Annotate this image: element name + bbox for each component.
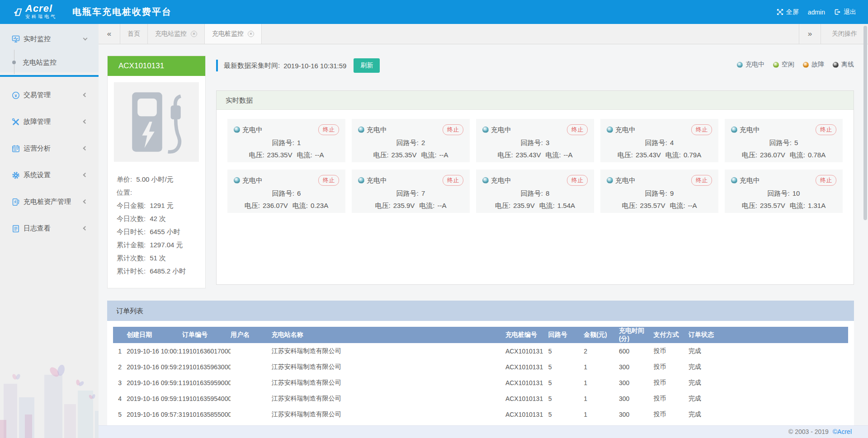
voltage-label: 电压: [497,151,513,159]
row-index: 3 [113,375,127,391]
cell-created-date: 2019-10-16 10:00:17 [127,343,182,359]
stop-button[interactable]: 终止 [691,175,712,186]
charging-circuit-card: 充电中 终止 回路号:10 电压:235.57V电流:1.31A [725,170,843,213]
stop-button[interactable]: 终止 [318,175,339,186]
sidebar-item-fault-management[interactable]: 故障管理 [0,108,99,135]
status-ball-icon [731,177,737,184]
status-ball-icon [833,62,839,68]
cell-username [231,359,272,375]
user-menu[interactable]: admin [808,9,825,16]
stop-button[interactable]: 终止 [691,124,712,135]
current-value: 1.54A [557,202,575,209]
status-ball-icon [607,127,613,133]
page-title: 电瓶车充电桩收费平台 [72,6,172,18]
cell-charge-minutes: 600 [619,343,654,359]
cell-amount: 1 [584,359,619,375]
logout-button[interactable]: 退出 [834,8,856,16]
row-index: 2 [113,359,127,375]
scroll-tabs-right-icon[interactable] [799,24,821,44]
stop-button[interactable]: 终止 [816,124,836,135]
charging-circuit-card: 充电中 终止 回路号:7 电压:235.9V电流:--A [352,170,470,213]
column-header: 支付方式 [653,327,689,343]
sidebar-item-transactions[interactable]: 交易管理 [0,81,99,108]
stop-button[interactable]: 终止 [567,124,588,135]
tree-dot-icon [12,61,16,64]
fault-icon [12,118,20,126]
sidebar-item-label: 交易管理 [24,91,51,99]
voltage-label: 电压: [618,151,633,159]
column-header: 回路号 [548,327,584,343]
chevron-down-icon [83,36,88,41]
scroll-tabs-left-icon[interactable] [99,24,120,44]
tab-home[interactable]: 首页 [120,24,148,44]
stop-button[interactable]: 终止 [443,175,463,186]
legend-label: 空闲 [782,61,794,69]
tab-pile-monitor[interactable]: 充电桩监控 [205,24,262,44]
sidebar-item-label: 实时监控 [24,35,51,43]
cell-order-number: 1910163585500043 [182,406,231,422]
logout-label: 退出 [844,8,856,16]
cell-order-number: 1910163595400044 [182,391,231,406]
sidebar-item-operation-analysis[interactable]: 运营分析 [0,135,99,161]
stat-label: 今日时长: [117,228,146,235]
current-value: --A [439,151,448,159]
close-icon[interactable] [191,31,197,37]
stop-button[interactable]: 终止 [318,124,339,135]
sidebar-item-realtime-monitor[interactable]: 实时监控 [0,30,99,48]
stop-button[interactable]: 终止 [567,175,588,186]
stat-value: 42 次 [150,215,166,222]
voltage-label: 电压: [375,202,391,209]
cell-station-name: 江苏安科瑞制造有限公司 [272,406,505,422]
close-icon[interactable] [248,31,254,37]
tab-station-monitor[interactable]: 充电站监控 [148,24,205,44]
order-table-row: 3 2019-10-16 09:59:19 1910163595900045 江… [113,375,848,391]
refresh-button[interactable]: 刷新 [354,58,380,73]
voltage-label: 电压: [622,202,637,209]
brand-link[interactable]: ©Acrel [833,428,852,435]
charging-circuit-card: 充电中 终止 回路号:1 电压:235.35V电流:--A [227,119,345,162]
column-header: 金额(元) [584,327,619,343]
sidebar-item-system-settings[interactable]: 系统设置 [0,161,99,188]
cell-charge-minutes: 300 [619,391,654,406]
monitor-icon [12,35,20,43]
current-label: 电流: [790,202,805,209]
stat-label: 今日金额: [117,202,146,209]
stop-button[interactable]: 终止 [443,124,463,135]
order-table-row: 4 2019-10-16 09:59:14 1910163595400044 江… [113,391,848,406]
asset-icon [12,198,20,206]
sidebar: 实时监控 充电站监控 交易管理 故障管理 运营分析 系统设置 [0,24,99,438]
cell-order-number: 1910163596300046 [182,359,231,375]
voltage-value: 235.9V [393,202,415,209]
circuit-label: 回路号: [521,189,543,197]
device-stat-line: 今日金额:1291 元 [117,199,196,212]
cell-pay-method: 投币 [653,343,689,359]
stat-value: 6485.2 小时 [150,267,186,275]
sidebar-item-log-view[interactable]: 日志查看 [0,215,99,241]
fullscreen-button[interactable]: 全屏 [777,8,799,16]
chevron-left-icon [83,199,88,204]
legend-label: 离线 [841,61,854,69]
status-ball-icon [737,62,743,68]
device-image-box [114,82,199,162]
cell-amount: 2 [584,343,619,359]
device-stat-line: 今日时长:6455 小时 [117,225,196,238]
sidebar-subitem-label: 充电站监控 [23,58,57,67]
close-operations-menu[interactable]: 关闭操作 [821,24,868,44]
vertical-scrollbar[interactable] [863,26,867,220]
voltage-label: 电压: [495,202,510,209]
cell-created-date: 2019-10-16 09:59:19 [127,375,182,391]
card-status-label: 充电中 [491,126,511,134]
sidebar-item-pile-assets[interactable]: 充电桩资产管理 [0,188,99,215]
stop-button[interactable]: 终止 [816,175,836,186]
cell-username [231,343,272,359]
cell-pay-method: 投币 [653,375,689,391]
status-ball-icon [773,62,779,68]
charging-circuit-card: 充电中 终止 回路号:3 电压:235.43V电流:--A [476,119,594,162]
orders-table-body: 1 2019-10-16 10:00:17 1910163601700047 江… [113,343,848,422]
cell-charge-minutes: 300 [619,359,654,375]
cell-circuit-number: 5 [548,359,584,375]
card-status-label: 充电中 [615,126,636,134]
sidebar-item-station-monitor[interactable]: 充电站监控 [0,52,99,72]
circuit-label: 回路号: [645,139,667,146]
accent-tick [216,60,218,71]
